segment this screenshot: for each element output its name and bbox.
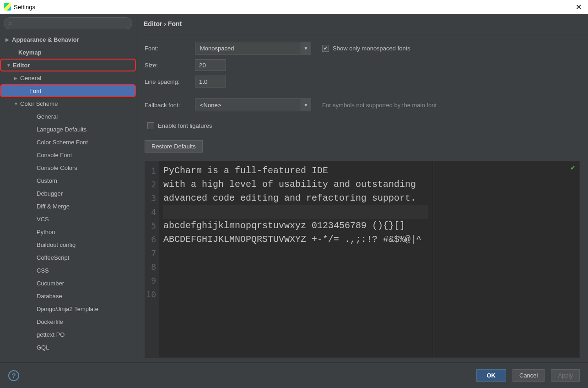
tree-item[interactable]: Cucumber — [0, 277, 136, 290]
tree-item-label: Custom — [37, 177, 57, 184]
app-icon — [4, 3, 11, 11]
titlebar: Settings ✕ — [0, 0, 588, 14]
check-icon: ✔ — [570, 164, 576, 171]
tree-item-label: Database — [37, 293, 62, 300]
tree-item-label: Color Scheme Font — [37, 139, 88, 146]
tree-item[interactable]: Debugger — [0, 187, 136, 200]
preview-line — [163, 288, 428, 301]
tree-item-label: Color Scheme — [20, 100, 58, 107]
tree-item[interactable]: Database — [0, 290, 136, 302]
caret-down-icon: ▼ — [14, 101, 20, 106]
tree-item-label: Buildout config — [37, 241, 76, 248]
preview-gutter: 12345678910 — [145, 161, 159, 357]
preview-line: with a high level of usability and outst… — [163, 178, 428, 191]
tree-item-label: Python — [37, 229, 55, 235]
tree-item-label: Console Colors — [37, 164, 77, 171]
tree-item-label: CSS — [37, 267, 49, 274]
tree-item-label: General — [37, 113, 58, 120]
sidebar: ⌕ ▶Appearance & BehaviorKeymap▼Editor▶Ge… — [0, 14, 136, 362]
preview-code: PyCharm is a full-featured IDEwith a hig… — [159, 161, 433, 357]
tree-item[interactable]: CSS — [0, 264, 136, 277]
font-combo[interactable]: Monospaced ▼ — [195, 42, 311, 55]
search-input[interactable] — [4, 17, 132, 29]
tree-item-label: gettext PO — [37, 331, 65, 338]
tree-item[interactable]: CoffeeScript — [0, 251, 136, 264]
ligatures-label: Enable font ligatures — [158, 122, 212, 129]
tree-item[interactable]: Console Font — [0, 148, 136, 161]
tree-item-label: Diff & Merge — [37, 203, 70, 210]
help-button[interactable]: ? — [8, 370, 19, 381]
tree-item[interactable]: VCS — [0, 213, 136, 225]
window-title: Settings — [14, 4, 35, 11]
ok-button[interactable]: OK — [476, 369, 507, 382]
tree-item-label: Cucumber — [37, 280, 64, 287]
tree-item[interactable]: Color Scheme Font — [0, 136, 136, 148]
fallback-combo[interactable]: <None> ▼ — [195, 98, 311, 111]
tree-item[interactable]: Django/Jinja2 Template — [0, 302, 136, 315]
tree-item[interactable]: Python — [0, 225, 136, 238]
tree-item[interactable]: ▼Color Scheme — [0, 97, 136, 110]
tree-item[interactable]: Keymap — [0, 46, 136, 59]
dialog-footer: ? OK Cancel Apply — [0, 362, 588, 388]
tree-item[interactable]: Custom — [0, 174, 136, 187]
preview-line: abcdefghijklmnopqrstuvwxyz 0123456789 ()… — [163, 219, 428, 233]
spacing-input[interactable] — [195, 76, 226, 87]
tree-item[interactable]: Buildout config — [0, 238, 136, 251]
preview-line: ABCDEFGHIJKLMNOPQRSTUVWXYZ +-*/= .,;:!? … — [163, 233, 428, 246]
preview-line — [163, 205, 428, 219]
tree-item-label: Language Defaults — [37, 126, 86, 133]
tree-item[interactable]: ▶Appearance & Behavior — [0, 33, 136, 46]
tree-item[interactable]: Dockerfile — [0, 315, 136, 328]
tree-item-label: Editor — [13, 62, 30, 69]
tree-item[interactable]: ▼Editor — [0, 59, 136, 71]
size-input[interactable] — [195, 59, 226, 71]
tree-item-label: Debugger — [37, 190, 63, 197]
tree-item-label: Keymap — [18, 49, 42, 56]
tree-item-label: VCS — [37, 216, 49, 223]
preview-line: PyCharm is a full-featured IDE — [163, 164, 428, 178]
tree-item-label: GQL — [37, 344, 49, 351]
restore-defaults-button[interactable]: Restore Defaults — [145, 140, 203, 153]
font-label: Font: — [145, 45, 190, 52]
font-preview: 12345678910 PyCharm is a full-featured I… — [145, 161, 580, 358]
ligatures-checkbox[interactable] — [147, 122, 154, 129]
apply-button[interactable]: Apply — [551, 369, 580, 382]
preview-line — [163, 260, 428, 274]
tree-item[interactable]: Diff & Merge — [0, 200, 136, 213]
tree-item-label: Console Font — [37, 152, 72, 158]
tree-item-label: Django/Jinja2 Template — [37, 306, 98, 312]
close-icon[interactable]: ✕ — [573, 2, 584, 12]
preview-line — [163, 274, 428, 288]
fallback-hint: For symbols not supported by the main fo… — [322, 102, 437, 109]
mono-only-label: Show only monospaced fonts — [333, 45, 410, 52]
cancel-button[interactable]: Cancel — [512, 369, 545, 382]
tree-item[interactable]: Font — [0, 84, 136, 97]
tree-item-label: Dockerfile — [37, 318, 63, 325]
tree-item[interactable]: General — [0, 110, 136, 123]
tree-item[interactable]: GQL — [0, 341, 136, 354]
caret-right-icon: ▶ — [5, 37, 12, 42]
chevron-down-icon[interactable]: ▼ — [301, 99, 311, 111]
tree-item[interactable]: Console Colors — [0, 161, 136, 174]
tree-item-label: General — [20, 75, 41, 82]
size-label: Size: — [145, 62, 190, 69]
mono-only-checkbox[interactable] — [322, 45, 329, 52]
tree-item[interactable]: Language Defaults — [0, 123, 136, 136]
settings-tree[interactable]: ▶Appearance & BehaviorKeymap▼Editor▶Gene… — [0, 33, 136, 362]
content-pane: Editor › Font Font: Monospaced ▼ Show on… — [136, 14, 588, 362]
fallback-label: Fallback font: — [145, 102, 190, 109]
chevron-down-icon[interactable]: ▼ — [301, 42, 311, 54]
font-combo-value: Monospaced — [195, 45, 301, 52]
preview-right-pane — [433, 161, 579, 357]
tree-item[interactable]: gettext PO — [0, 328, 136, 341]
caret-right-icon: ▶ — [14, 76, 20, 81]
caret-down-icon: ▼ — [6, 63, 13, 68]
tree-item-label: CoffeeScript — [37, 254, 69, 261]
tree-item-label: Appearance & Behavior — [12, 36, 79, 43]
preview-line: advanced code editing and refactoring su… — [163, 191, 428, 205]
breadcrumb: Editor › Font — [136, 14, 588, 34]
tree-item[interactable]: ▶General — [0, 71, 136, 84]
preview-line — [163, 246, 428, 260]
tree-item-label: Font — [29, 87, 41, 94]
spacing-label: Line spacing: — [145, 78, 190, 85]
